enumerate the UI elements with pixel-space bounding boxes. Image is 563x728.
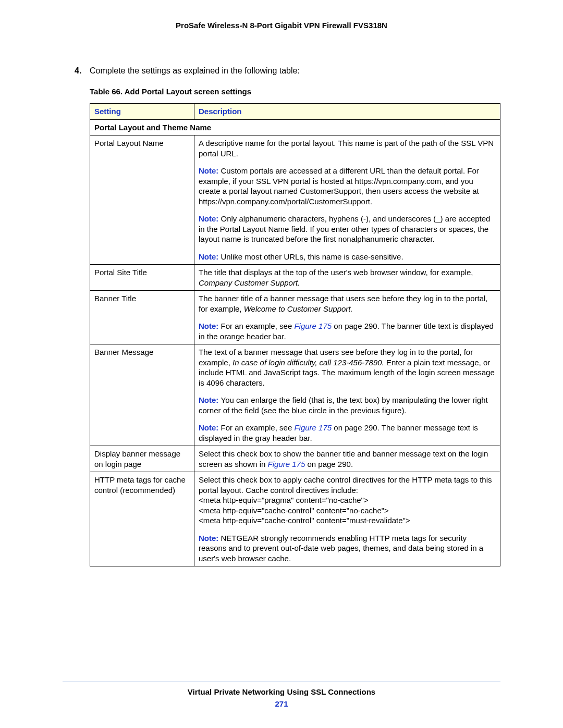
desc-note: Note: Only alphanumeric characters, hyph… xyxy=(199,214,496,244)
desc-text: Select this check box to apply cache con… xyxy=(199,475,496,526)
setting-cell: Portal Layout Name xyxy=(90,135,194,265)
section-row: Portal Layout and Theme Name xyxy=(90,119,500,135)
desc-note: Note: NETGEAR strongly recommends enabli… xyxy=(199,533,496,564)
desc-note: Note: For an example, see Figure 175 on … xyxy=(199,321,496,341)
page-footer: Virtual Private Networking Using SSL Con… xyxy=(0,682,563,708)
setting-cell: Banner Title xyxy=(90,291,194,344)
meta-tag: <meta http-equiv="pragma" content="no-ca… xyxy=(199,495,496,505)
col-setting: Setting xyxy=(90,104,194,120)
table-header-row: Setting Description xyxy=(90,104,500,120)
note-text: Only alphanumeric characters, hyphens (-… xyxy=(199,214,490,243)
desc-cell: Select this check box to apply cache con… xyxy=(194,472,500,566)
desc-cell: The banner title of a banner message tha… xyxy=(194,291,500,344)
example-text: Welcome to Customer Support. xyxy=(244,304,353,313)
meta-tag: <meta http-equiv="cache-control" content… xyxy=(199,515,496,526)
doc-header: ProSafe Wireless-N 8-Port Gigabit VPN Fi… xyxy=(63,21,500,30)
note-text: You can enlarge the field (that is, the … xyxy=(199,396,488,415)
desc-note: Note: For an example, see Figure 175 on … xyxy=(199,423,496,443)
table-row: Banner Message The text of a banner mess… xyxy=(90,344,500,446)
footer-title: Virtual Private Networking Using SSL Con… xyxy=(0,687,563,696)
desc-text: A descriptive name for the portal layout… xyxy=(199,138,496,158)
table-row: Banner Title The banner title of a banne… xyxy=(90,291,500,344)
note-label: Note: xyxy=(199,214,221,223)
figure-link[interactable]: Figure 175 xyxy=(294,423,332,432)
setting-cell: Display banner message on login page xyxy=(90,446,194,472)
desc-note: Note: Unlike most other URLs, this name … xyxy=(199,252,496,262)
note-label: Note: xyxy=(199,423,221,432)
page-number: 271 xyxy=(0,699,563,708)
section-title: Portal Layout and Theme Name xyxy=(90,119,500,135)
desc-cell: The title that displays at the top of th… xyxy=(194,265,500,291)
step-number: 4. xyxy=(75,66,81,76)
note-label: Note: xyxy=(199,534,221,542)
note-label: Note: xyxy=(199,322,221,330)
desc-text: The banner title of a banner message tha… xyxy=(199,293,496,314)
settings-table: Setting Description Portal Layout and Th… xyxy=(90,103,500,566)
meta-tag: <meta http-equiv="cache-control" content… xyxy=(199,505,496,516)
note-text: Custom portals are accessed at a differe… xyxy=(199,166,479,206)
note-text: Unlike most other URLs, this name is cas… xyxy=(221,252,403,261)
example-text: In case of login difficulty, call 123-45… xyxy=(232,358,384,367)
desc-note: Note: You can enlarge the field (that is… xyxy=(199,395,496,415)
desc-text: Select this check box to show the banner… xyxy=(199,449,496,469)
step-4: 4. Complete the settings as explained in… xyxy=(63,66,500,76)
document-page: ProSafe Wireless-N 8-Port Gigabit VPN Fi… xyxy=(0,0,563,728)
example-text: Company Customer Support. xyxy=(199,278,300,287)
figure-link[interactable]: Figure 175 xyxy=(294,322,332,330)
col-description: Description xyxy=(194,104,500,120)
figure-link[interactable]: Figure 175 xyxy=(268,460,305,468)
step-text: Complete the settings as explained in th… xyxy=(90,66,300,75)
table-row: Portal Site Title The title that display… xyxy=(90,265,500,291)
desc-cell: The text of a banner message that users … xyxy=(194,344,500,446)
table-row: HTTP meta tags for cache control (recomm… xyxy=(90,472,500,566)
desc-note: Note: Custom portals are accessed at a d… xyxy=(199,166,496,206)
note-label: Note: xyxy=(199,252,221,261)
note-label: Note: xyxy=(199,396,221,404)
table-row: Display banner message on login page Sel… xyxy=(90,446,500,472)
setting-cell: HTTP meta tags for cache control (recomm… xyxy=(90,472,194,566)
desc-cell: A descriptive name for the portal layout… xyxy=(194,135,500,265)
table-caption: Table 66. Add Portal Layout screen setti… xyxy=(63,87,500,96)
desc-text: The title that displays at the top of th… xyxy=(199,267,496,288)
note-label: Note: xyxy=(199,166,221,175)
note-text: NETGEAR strongly recommends enabling HTT… xyxy=(199,534,483,563)
footer-divider xyxy=(63,682,500,682)
desc-text: The text of a banner message that users … xyxy=(199,347,496,388)
setting-cell: Banner Message xyxy=(90,344,194,446)
setting-cell: Portal Site Title xyxy=(90,265,194,291)
desc-cell: Select this check box to show the banner… xyxy=(194,446,500,472)
table-row: Portal Layout Name A descriptive name fo… xyxy=(90,135,500,265)
